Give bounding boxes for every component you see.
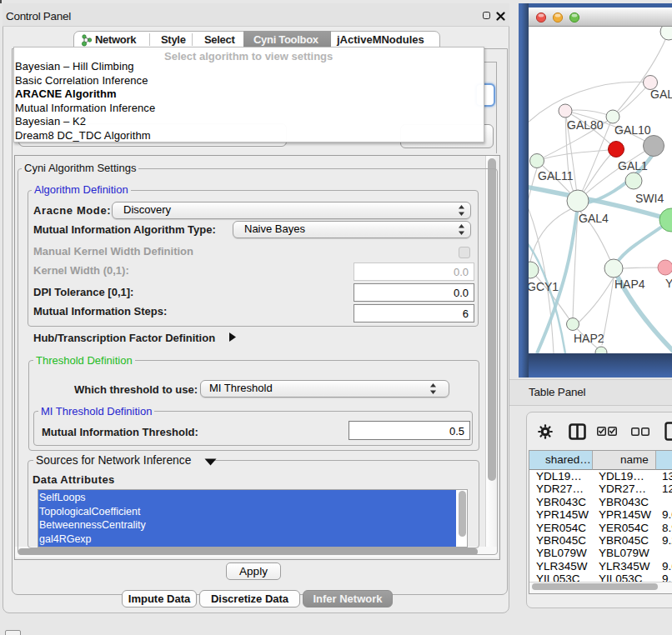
svg-text:GAL11: GAL11: [538, 169, 574, 182]
svg-text:HAP2: HAP2: [574, 332, 604, 345]
svg-text:GAL4: GAL4: [579, 212, 609, 225]
svg-text:SWI4: SWI4: [635, 192, 664, 205]
svg-text:GAL80: GAL80: [567, 118, 604, 132]
svg-text:GAL1: GAL1: [618, 159, 648, 172]
svg-text:GAL10: GAL10: [614, 123, 651, 137]
svg-text:Y: Y: [665, 277, 672, 290]
svg-text:HAP4: HAP4: [614, 278, 645, 291]
svg-text:GCY1: GCY1: [529, 280, 559, 293]
svg-text:GAL7: GAL7: [650, 88, 672, 101]
